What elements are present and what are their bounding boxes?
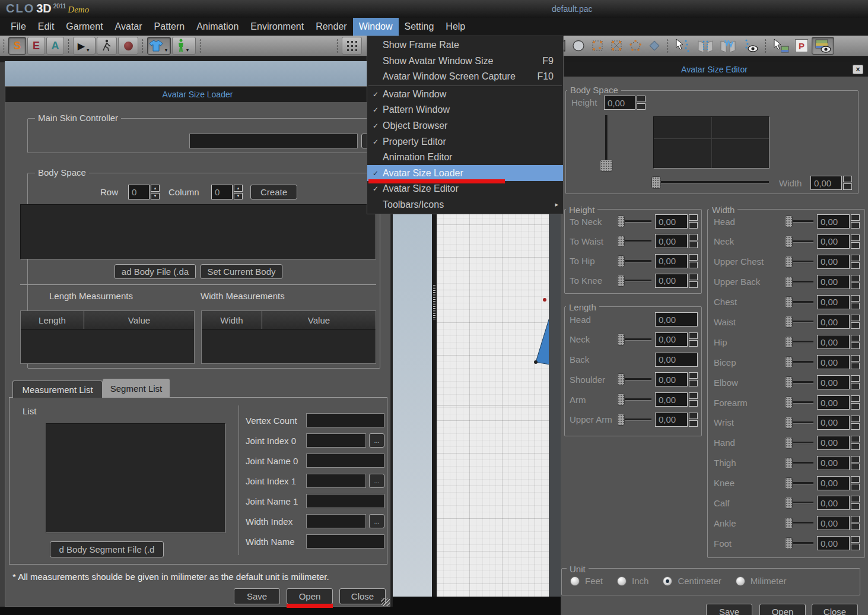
menu-item[interactable]: ✓ Avatar Window — [367, 87, 563, 103]
slider-knob[interactable] — [785, 236, 793, 248]
measurement-spinbox[interactable]: 0,00 — [817, 416, 860, 430]
slider-knob[interactable] — [785, 376, 793, 388]
menubar-item[interactable]: Pattern — [148, 18, 191, 36]
editor-panel-title[interactable]: Avatar Size Editor × — [561, 62, 868, 77]
measurement-spinbox[interactable]: 0,00 — [817, 275, 860, 289]
measurement-slider[interactable] — [617, 275, 651, 287]
menubar-item[interactable]: Render — [310, 18, 352, 36]
spin-down-icon[interactable] — [689, 281, 698, 288]
measurement-spinbox[interactable]: 0,00 — [817, 375, 860, 389]
select-pattern-button[interactable] — [770, 37, 791, 55]
slider-knob[interactable] — [785, 537, 793, 549]
segment-sewing-button[interactable] — [695, 37, 716, 55]
menu-item[interactable]: ✓ Pattern Window — [367, 102, 563, 118]
spin-up-icon[interactable] — [851, 214, 860, 221]
dropdown-caret-icon[interactable]: ▼ — [185, 37, 190, 55]
unit-radio-option[interactable]: Centimeter — [663, 576, 721, 586]
column-header[interactable]: Value — [84, 311, 194, 329]
measurement-slider[interactable] — [785, 296, 813, 308]
spin-up-icon[interactable] — [689, 332, 698, 339]
width-slider-track[interactable] — [656, 181, 769, 183]
measurement-spinbox[interactable]: 0,00 — [655, 332, 698, 347]
spin-down-icon[interactable] — [689, 420, 698, 427]
menubar-item[interactable]: Animation — [190, 18, 244, 36]
field-input[interactable] — [306, 494, 384, 508]
menubar-item[interactable]: Help — [440, 18, 471, 36]
column-header[interactable]: Width — [202, 311, 262, 329]
measurement-spinbox[interactable]: 0,00 — [817, 516, 860, 530]
measurement-spinbox[interactable]: 0,00 — [817, 234, 860, 249]
close-button[interactable]: Close — [339, 588, 386, 604]
slider-knob[interactable] — [617, 215, 625, 227]
spin-up-icon[interactable] — [851, 335, 860, 341]
spin-up-icon[interactable] — [637, 96, 646, 102]
slider-knob[interactable] — [785, 457, 793, 469]
measurement-slider[interactable] — [785, 397, 813, 408]
spin-down-icon[interactable] — [843, 183, 852, 190]
width-slider-knob[interactable] — [651, 176, 661, 189]
spin-up-icon[interactable] — [689, 214, 698, 221]
measurement-slider[interactable] — [785, 336, 813, 348]
spin-up-icon[interactable] — [851, 536, 860, 543]
radio-icon[interactable] — [570, 576, 580, 586]
measurement-slider[interactable] — [617, 414, 651, 426]
menubar-item[interactable]: Window — [353, 18, 399, 36]
spin-down-icon[interactable] — [851, 222, 860, 229]
spin-down-icon[interactable] — [851, 423, 860, 430]
spin-up-icon[interactable] — [851, 234, 860, 241]
measurement-slider[interactable] — [617, 215, 651, 227]
measurement-spinbox[interactable]: 0,00 — [655, 312, 698, 326]
row-spinner[interactable]: 0 ▲▼ — [128, 185, 160, 199]
walk-animation-button[interactable] — [97, 37, 117, 55]
measurement-slider[interactable] — [617, 334, 651, 345]
measurement-spinbox[interactable]: 0,00 — [817, 315, 860, 329]
spin-up-icon[interactable]: ▲ — [234, 185, 243, 192]
height-slider-knob[interactable] — [600, 160, 613, 172]
measurement-spinbox[interactable]: 0,00 — [817, 436, 860, 450]
toolbar-grip[interactable] — [67, 39, 70, 53]
slider-knob[interactable] — [785, 437, 793, 449]
menu-item[interactable]: ✓ Property Editor — [367, 134, 563, 150]
spin-up-icon[interactable]: ▲ — [151, 185, 160, 192]
pattern-point-select-button[interactable] — [589, 37, 606, 55]
open-button[interactable]: Open — [759, 604, 806, 615]
spin-down-icon[interactable] — [689, 222, 698, 229]
spin-up-icon[interactable] — [843, 176, 852, 182]
measurement-spinbox[interactable]: 0,00 — [817, 255, 860, 269]
load-body-segment-file-button[interactable]: d Body Segment File (.d — [50, 541, 164, 557]
toolbar-grip[interactable] — [141, 39, 144, 53]
spin-up-icon[interactable] — [689, 372, 698, 379]
length-measurements-table[interactable]: LengthValue — [20, 310, 195, 364]
spin-down-icon[interactable] — [851, 524, 860, 530]
slider-knob[interactable] — [617, 235, 625, 247]
spin-down-icon[interactable] — [689, 340, 698, 347]
spin-down-icon[interactable] — [689, 242, 698, 248]
spin-down-icon[interactable]: ▼ — [234, 193, 243, 200]
slider-knob[interactable] — [785, 497, 793, 509]
spin-up-icon[interactable] — [689, 413, 698, 419]
spin-down-icon[interactable] — [689, 400, 698, 407]
spin-down-icon[interactable] — [851, 283, 860, 289]
spin-down-icon[interactable] — [851, 262, 860, 269]
measurement-slider[interactable] — [785, 477, 813, 489]
unit-radio-option[interactable]: Feet — [570, 576, 603, 586]
play-button[interactable]: ▶▼ — [73, 37, 96, 55]
menu-item[interactable]: ✓ Avatar Size Loader — [367, 165, 563, 181]
slider-knob[interactable] — [617, 255, 625, 267]
unit-radio-option[interactable]: Inch — [617, 576, 648, 586]
measurement-slider[interactable] — [785, 437, 813, 449]
tab-measurement-list[interactable]: Measurement List — [12, 381, 103, 398]
spin-up-icon[interactable] — [851, 516, 860, 522]
toolbar-grip[interactable] — [764, 39, 767, 53]
spin-up-icon[interactable] — [851, 416, 860, 422]
measurement-slider[interactable] — [785, 276, 813, 288]
spin-up-icon[interactable] — [851, 315, 860, 321]
measurement-slider[interactable] — [617, 235, 651, 247]
spin-down-icon[interactable] — [851, 503, 860, 510]
unit-radio-option[interactable]: Milimeter — [736, 576, 787, 586]
menubar-item[interactable]: Environment — [244, 18, 310, 36]
resize-grip-icon[interactable] — [381, 598, 390, 606]
dropdown-caret-icon[interactable]: ▼ — [163, 37, 169, 55]
radio-icon[interactable] — [736, 576, 745, 586]
spin-up-icon[interactable] — [689, 392, 698, 399]
